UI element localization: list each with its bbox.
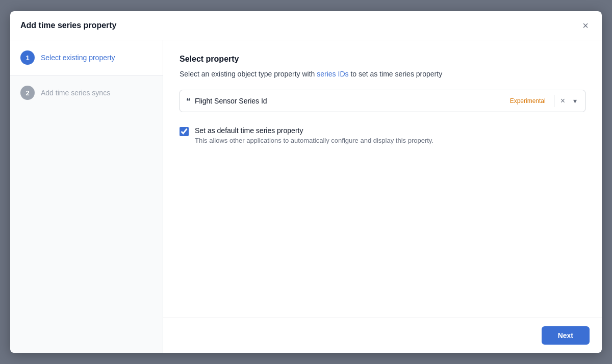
step-2-label: Add time series syncs [41,88,110,97]
modal-footer: Next [163,318,602,353]
divider [554,95,554,107]
property-select-box[interactable]: ❝ Flight Sensor Series Id Experimental ×… [180,90,585,112]
sidebar-item-add-syncs[interactable]: 2 Add time series syncs [10,75,163,110]
modal: Add time series property × 1 Select exis… [10,11,602,353]
quote-icon: ❝ [186,96,191,106]
step-1-label: Select existing property [41,53,115,62]
modal-header: Add time series property × [10,11,602,40]
select-clear-button[interactable]: × [558,96,567,106]
content-area: Select property Select an existing objec… [163,40,602,318]
checkbox-desc: This allows other applications to automa… [195,137,434,144]
main-content: Select property Select an existing objec… [163,40,602,353]
section-desc: Select an existing object type property … [180,69,585,80]
modal-title: Add time series property [20,21,117,30]
modal-body: 1 Select existing property 2 Add time se… [10,40,602,353]
sidebar: 1 Select existing property 2 Add time se… [10,40,163,353]
select-value: Flight Sensor Series Id [195,97,502,105]
step-1-circle: 1 [20,50,35,65]
next-button[interactable]: Next [542,326,590,345]
default-property-checkbox[interactable] [180,127,189,136]
section-desc-prefix: Select an existing object type property … [180,70,317,78]
sidebar-item-select-property[interactable]: 1 Select existing property [10,40,163,75]
series-ids-link[interactable]: series IDs [317,70,348,78]
default-property-row: Set as default time series property This… [180,126,585,144]
experimental-badge: Experimental [506,96,550,106]
checkbox-label: Set as default time series property [195,126,434,135]
section-desc-suffix: to set as time series property [349,70,443,78]
close-button[interactable]: × [579,19,592,32]
step-2-circle: 2 [20,86,35,100]
section-title: Select property [180,55,585,64]
checkbox-text: Set as default time series property This… [195,126,434,144]
select-dropdown-button[interactable]: ▾ [571,96,579,106]
modal-overlay: Add time series property × 1 Select exis… [0,0,612,364]
